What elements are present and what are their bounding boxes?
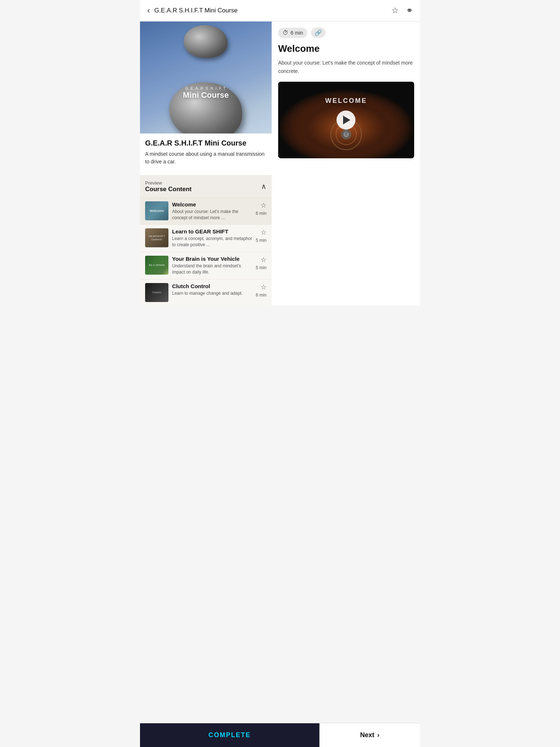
hero-title-big: Mini Course bbox=[183, 90, 229, 100]
item-thumb-clutch: Clutch! bbox=[145, 283, 168, 302]
lesson-description: About your course: Let's make the concep… bbox=[278, 59, 414, 75]
item-meta-brain: ☆ 5 min bbox=[256, 256, 267, 270]
item-title-welcome: Welcome bbox=[172, 201, 252, 208]
course-item-clutch[interactable]: Clutch! Clutch Control Learn to manage c… bbox=[140, 279, 272, 306]
course-title: G.E.A.R S.H.I.F.T Mini Course bbox=[145, 139, 267, 147]
header-icons: ☆ ⚭ bbox=[391, 5, 413, 16]
preview-header-text: Preview Course Content bbox=[145, 180, 192, 193]
bookmark-icon-gear-shift[interactable]: ☆ bbox=[261, 228, 267, 236]
item-duration-gear-shift: 5 min bbox=[256, 238, 267, 243]
item-duration-welcome: 6 min bbox=[256, 211, 267, 216]
rock-top-decoration bbox=[184, 25, 228, 58]
course-info: G.E.A.R S.H.I.F.T Mini Course A mindset … bbox=[140, 133, 272, 169]
back-button[interactable]: ‹ bbox=[147, 5, 151, 16]
duration-badge: ⏱ 6 min bbox=[278, 28, 307, 38]
item-thumb-brain: As a Vehicle bbox=[145, 256, 168, 275]
hero-subtitle: G.E.A.R S.H.I.F.T bbox=[183, 86, 229, 90]
item-thumb-gear-shift: GEARSHIFT Defined! bbox=[145, 228, 168, 247]
play-icon bbox=[343, 116, 350, 124]
play-button[interactable] bbox=[337, 111, 355, 129]
right-column: ⏱ 6 min 🔗 Welcome About your course: Let… bbox=[272, 22, 420, 306]
item-content-gear-shift: Learn to GEAR SHIFT Learn a concept, acr… bbox=[172, 228, 252, 248]
thumb-label-welcome: Welcome bbox=[149, 209, 164, 213]
lesson-meta: ⏱ 6 min 🔗 bbox=[278, 27, 414, 38]
hero-text-overlay: G.E.A.R S.H.I.F.T Mini Course bbox=[183, 86, 229, 100]
app-header: ‹ G.E.A.R S.H.I.F.T Mini Course ☆ ⚭ bbox=[140, 0, 420, 22]
item-desc-brain: Understand the brain and mindset's impac… bbox=[172, 263, 252, 275]
preview-label: Preview bbox=[145, 180, 192, 186]
bookmark-icon-clutch[interactable]: ☆ bbox=[261, 283, 267, 291]
course-item-gear-shift[interactable]: GEARSHIFT Defined! Learn to GEAR SHIFT L… bbox=[140, 224, 272, 252]
thumb-label-gear-shift: GEARSHIFT Defined! bbox=[146, 235, 168, 241]
hero-rocks-decoration bbox=[140, 22, 272, 133]
next-label: Next bbox=[360, 731, 374, 739]
header-left: ‹ G.E.A.R S.H.I.F.T Mini Course bbox=[147, 5, 238, 16]
next-button[interactable]: Next › bbox=[319, 723, 420, 747]
item-duration-brain: 5 min bbox=[256, 265, 267, 270]
item-desc-welcome: About your course: Let's make the concep… bbox=[172, 209, 252, 221]
thumb-label-brain: As a Vehicle bbox=[149, 263, 165, 267]
bookmark-button[interactable]: ☆ bbox=[391, 5, 400, 16]
item-title-brain: Your Brain is Your Vehicle bbox=[172, 256, 252, 262]
preview-course-content-title: Course Content bbox=[145, 186, 192, 193]
link-badge[interactable]: 🔗 bbox=[311, 27, 326, 38]
item-duration-clutch: 6 min bbox=[256, 293, 267, 298]
item-content-clutch: Clutch Control Learn to manage change an… bbox=[172, 283, 252, 297]
item-content-welcome: Welcome About your course: Let's make th… bbox=[172, 201, 252, 221]
thumb-label-clutch: Clutch! bbox=[152, 291, 162, 294]
item-thumb-welcome: Welcome bbox=[145, 201, 168, 220]
item-meta-clutch: ☆ 6 min bbox=[256, 283, 267, 298]
bottom-action-bar: COMPLETE Next › bbox=[140, 723, 420, 747]
link-button[interactable]: ⚭ bbox=[405, 5, 413, 16]
bookmark-icon-brain[interactable]: ☆ bbox=[261, 256, 267, 264]
course-item-brain[interactable]: As a Vehicle Your Brain is Your Vehicle … bbox=[140, 252, 272, 279]
header-title: G.E.A.R S.H.I.F.T Mini Course bbox=[154, 7, 237, 14]
lesson-duration: 6 min bbox=[291, 30, 303, 36]
course-hero-image: G.E.A.R S.H.I.F.T Mini Course bbox=[140, 22, 272, 133]
preview-header[interactable]: Preview Course Content ∧ bbox=[140, 175, 272, 197]
lesson-title: Welcome bbox=[278, 43, 414, 54]
clock-icon: ⏱ bbox=[283, 30, 288, 36]
item-title-clutch: Clutch Control bbox=[172, 283, 252, 289]
course-description: A mindset course about using a manual tr… bbox=[145, 150, 267, 166]
course-items-list: Welcome Welcome About your course: Let's… bbox=[140, 197, 272, 306]
item-desc-clutch: Learn to manage change and adapt. bbox=[172, 290, 252, 297]
item-content-brain: Your Brain is Your Vehicle Understand th… bbox=[172, 256, 252, 275]
item-desc-gear-shift: Learn a concept, acronym, and metaphor t… bbox=[172, 236, 252, 248]
preview-section: Preview Course Content ∧ Welcome Welcome bbox=[140, 175, 272, 306]
next-chevron-icon: › bbox=[377, 731, 380, 739]
course-item-welcome[interactable]: Welcome Welcome About your course: Let's… bbox=[140, 197, 272, 225]
item-meta-welcome: ☆ 6 min bbox=[256, 201, 267, 216]
content-wrapper: G.E.A.R S.H.I.F.T Mini Course G.E.A.R S.… bbox=[140, 22, 420, 335]
item-title-gear-shift: Learn to GEAR SHIFT bbox=[172, 228, 252, 235]
main-layout: G.E.A.R S.H.I.F.T Mini Course G.E.A.R S.… bbox=[140, 22, 420, 306]
left-column: G.E.A.R S.H.I.F.T Mini Course G.E.A.R S.… bbox=[140, 22, 272, 306]
video-thumbnail[interactable]: WELCOME bbox=[278, 82, 414, 158]
chevron-up-icon: ∧ bbox=[261, 182, 267, 191]
bookmark-icon-welcome[interactable]: ☆ bbox=[261, 201, 267, 209]
video-welcome-text: WELCOME bbox=[325, 97, 367, 105]
item-meta-gear-shift: ☆ 5 min bbox=[256, 228, 267, 243]
complete-button[interactable]: COMPLETE bbox=[140, 723, 319, 747]
